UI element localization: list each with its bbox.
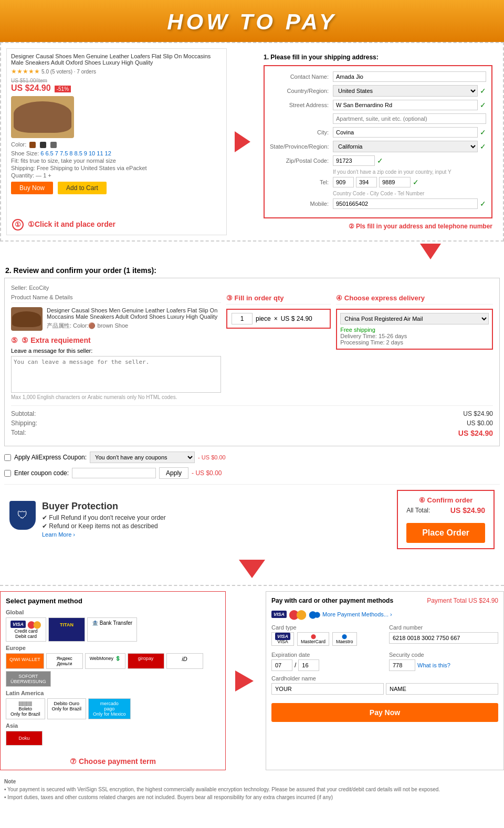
item-image bbox=[11, 307, 43, 331]
expiry-month-input[interactable] bbox=[271, 659, 292, 671]
cardholder-first-input[interactable] bbox=[271, 683, 384, 695]
coupon-code-input[interactable] bbox=[72, 468, 156, 478]
cardholder-label: Cardholder name bbox=[271, 675, 498, 682]
more-methods-link[interactable]: More Payment Methods... › bbox=[322, 611, 392, 617]
tel-input3[interactable] bbox=[379, 177, 411, 187]
state-check: ✓ bbox=[480, 142, 486, 151]
buyer-point1: ✔ Full Refund if you don't receive your … bbox=[42, 514, 166, 521]
qty-column: ③ Fill in order qty piece × US $ 24.90 bbox=[221, 294, 336, 329]
yandex-item[interactable]: ЯндексДеньги bbox=[46, 653, 83, 669]
mobile-check: ✓ bbox=[480, 200, 486, 208]
cardholder-last-input[interactable] bbox=[386, 683, 498, 695]
doku-item[interactable]: Doku bbox=[6, 731, 43, 746]
qty-input[interactable] bbox=[232, 313, 253, 324]
what-is-this-link[interactable]: What is this? bbox=[417, 662, 450, 668]
delivery-time: Delivery Time: 15-26 days bbox=[340, 333, 489, 339]
card-number-label: Card number bbox=[389, 624, 498, 631]
card-number-input[interactable] bbox=[389, 632, 498, 644]
payment-right-header: Pay with card or other payment methods P… bbox=[271, 597, 498, 604]
message-label: Leave a message for this seller: bbox=[11, 348, 221, 354]
mercado-item[interactable]: mercadopagoOnly for Mexico bbox=[88, 698, 131, 719]
aliexpress-coupon-select[interactable]: You don't have any coupons bbox=[90, 452, 195, 463]
boleto-item[interactable]: |||||||||||BoletoOnly for Brazil bbox=[6, 698, 45, 719]
delivery-select-box: China Post Registered Air Mail Free ship… bbox=[336, 309, 493, 350]
arrow-down-2 bbox=[0, 560, 504, 580]
seller-info: Seller: EcoCity bbox=[11, 285, 493, 291]
global-methods: VISA ⬤ ⬤ Credit cardDebit card TITAN 🏦 B… bbox=[6, 617, 220, 642]
free-shipping: Free shipping bbox=[340, 327, 489, 333]
contact-name-input[interactable] bbox=[333, 71, 486, 82]
street-label: Street Address: bbox=[270, 102, 333, 108]
id-item[interactable]: iD bbox=[166, 653, 203, 669]
titan-item[interactable]: TITAN bbox=[48, 617, 85, 642]
shipping-label: Shipping: bbox=[11, 165, 35, 171]
street2-input[interactable] bbox=[333, 113, 486, 124]
item-details: Designer Causal Shoes Men Genuine Leathe… bbox=[47, 307, 221, 330]
tel-note: Country Code - City Code - Tel Number bbox=[333, 191, 486, 196]
address-form-box: Contact Name: Country/Region: United Sta… bbox=[264, 65, 492, 218]
learn-more-link[interactable]: Learn More › bbox=[42, 531, 75, 538]
giropay-item[interactable]: giropay bbox=[128, 653, 164, 669]
note-line1: • Your payment is secured with VeriSign … bbox=[4, 787, 500, 792]
europe-methods: QIWI WALLET ЯндексДеньги WebMoney 💲 giro… bbox=[6, 653, 220, 687]
visa-mastercard-item[interactable]: VISA ⬤ ⬤ Credit cardDebit card bbox=[6, 617, 46, 642]
add-to-cart-button[interactable]: Add to Cart bbox=[58, 182, 107, 194]
subtotal-label: Subtotal: bbox=[11, 410, 36, 417]
security-code-input[interactable] bbox=[389, 659, 415, 671]
note-line2: • Import duties, taxes and other customs… bbox=[4, 794, 500, 800]
bank-transfer-item[interactable]: 🏦 Bank Transfer bbox=[87, 617, 137, 642]
delivery-column: ④ Choose express delivery China Post Reg… bbox=[336, 294, 493, 350]
shipping-label: Shipping: bbox=[11, 420, 37, 427]
city-input[interactable] bbox=[333, 127, 478, 138]
payment-section: Select payment method Global VISA ⬤ ⬤ Cr… bbox=[0, 585, 504, 770]
expiry-year-input[interactable] bbox=[298, 659, 319, 671]
buyer-protection-row: 🛡 Buyer Protection ✔ Full Refund if you … bbox=[4, 484, 500, 554]
payment-left: Select payment method Global VISA ⬤ ⬤ Cr… bbox=[0, 591, 226, 770]
confirm-order-num: ⑥ Confirm order bbox=[406, 496, 485, 504]
qty-multiply: × bbox=[274, 315, 278, 322]
webmoney-item[interactable]: WebMoney 💲 bbox=[85, 653, 125, 669]
latam-methods: |||||||||||BoletoOnly for Brazil Debito … bbox=[6, 698, 220, 719]
country-check: ✓ bbox=[480, 87, 486, 95]
coupon-code-row: Enter coupon code: Apply - US $0.00 bbox=[4, 467, 500, 479]
delivery-select[interactable]: China Post Registered Air Mail bbox=[340, 313, 489, 324]
address-form-title: 1. Please fill in your shipping address: bbox=[264, 54, 492, 61]
security-label: Security code bbox=[389, 652, 498, 658]
zip-check: ✓ bbox=[377, 156, 383, 165]
step2-header: 2. Review and confirm your order (1 item… bbox=[5, 266, 499, 275]
tel-label: Tel: bbox=[270, 179, 333, 185]
mobile-input[interactable] bbox=[333, 198, 478, 209]
total-row: Total: US $24.90 bbox=[11, 429, 493, 437]
seller-message-textarea[interactable] bbox=[11, 356, 221, 393]
street-input[interactable] bbox=[333, 100, 478, 110]
fit-value: fits true to size, take your normal size bbox=[20, 158, 116, 164]
price-original: US $51.00/item bbox=[11, 78, 47, 83]
place-order-button[interactable]: Place Order bbox=[406, 523, 485, 543]
qiwi-item[interactable]: QIWI WALLET bbox=[6, 653, 44, 669]
buyer-point2: ✔ Refund or Keep items not as described bbox=[42, 522, 166, 530]
latam-group-title: Latin America bbox=[6, 690, 220, 696]
payment-right-title: Pay with card or other payment methods bbox=[271, 597, 393, 604]
total-label: Total: bbox=[11, 429, 26, 437]
tel-input1[interactable] bbox=[333, 177, 354, 187]
message-note: Max 1,000 English characters or Arabic n… bbox=[11, 394, 221, 400]
tel-input2[interactable] bbox=[356, 177, 377, 187]
apply-button[interactable]: Apply bbox=[159, 467, 188, 479]
buy-now-button[interactable]: Buy Now bbox=[11, 182, 53, 194]
fit-label: Fit: bbox=[11, 158, 19, 164]
sofort-item[interactable]: SOFORTÜBERWEISUNG bbox=[6, 671, 51, 687]
item-attr: 产品属性: Color:🟤 brown Shoe bbox=[47, 322, 221, 330]
country-select[interactable]: United States bbox=[333, 85, 478, 97]
shipping-value: US $0.00 bbox=[467, 420, 493, 427]
confirm-order-box: ⑥ Confirm order All Total: US $24.90 Pla… bbox=[397, 490, 495, 549]
aliexpress-coupon-checkbox[interactable] bbox=[4, 454, 11, 461]
zip-input[interactable] bbox=[333, 155, 375, 166]
step1-section: Designer Causal Shoes Men Genuine Leathe… bbox=[0, 42, 504, 242]
coupon-code-checkbox[interactable] bbox=[4, 470, 11, 477]
aliexpress-discount: - US $0.00 bbox=[198, 454, 226, 460]
payment-total: Payment Total US $24.90 bbox=[427, 597, 498, 604]
subtotal-row: Subtotal: US $24.90 bbox=[11, 410, 493, 417]
state-select[interactable]: California bbox=[333, 141, 478, 152]
pay-now-button[interactable]: Pay Now bbox=[271, 703, 498, 722]
debito-item[interactable]: Debito OuroOnly for Brazil bbox=[47, 698, 87, 719]
